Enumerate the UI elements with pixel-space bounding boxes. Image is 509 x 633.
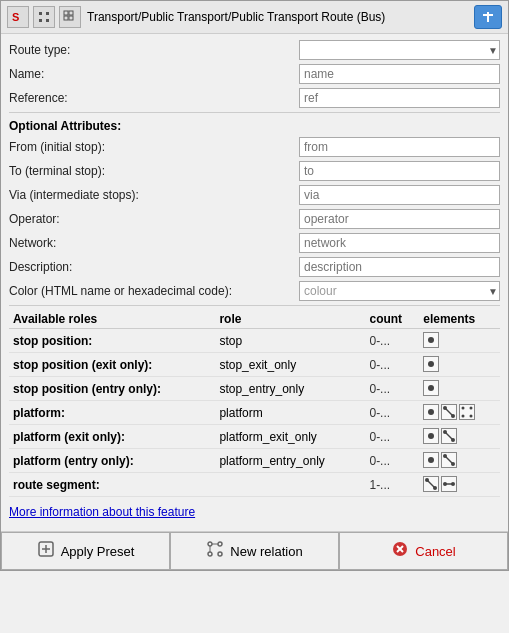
window-title: Transport/Public Transport/Public Transp…: [87, 10, 468, 24]
network-input[interactable]: [299, 233, 500, 253]
svg-line-25: [445, 432, 453, 440]
color-label: Color (HTML name or hexadecimal code):: [9, 284, 299, 298]
role-value: platform_entry_only: [215, 449, 365, 473]
svg-point-42: [218, 552, 222, 556]
svg-line-32: [427, 480, 435, 488]
svg-rect-5: [64, 11, 68, 15]
reference-label: Reference:: [9, 91, 299, 105]
node-icon: [423, 380, 439, 396]
role-name: route segment:: [9, 473, 215, 497]
pin-button[interactable]: [474, 5, 502, 29]
apply-preset-icon: [37, 540, 55, 562]
grid-icon: [59, 6, 81, 28]
way-icon: [441, 452, 457, 468]
svg-point-21: [470, 415, 473, 418]
role-name: stop position:: [9, 329, 215, 353]
table-row: stop position: stop 0-...: [9, 329, 500, 353]
svg-rect-1: [39, 12, 42, 15]
route-type-select[interactable]: [299, 40, 500, 60]
color-row: Color (HTML name or hexadecimal code): c…: [9, 281, 500, 301]
apply-preset-label: Apply Preset: [61, 544, 135, 559]
s-icon: S: [7, 6, 29, 28]
description-label: Description:: [9, 260, 299, 274]
icons-group: [423, 404, 476, 420]
node-icon: [423, 404, 439, 420]
role-value: [215, 473, 365, 497]
apply-preset-button[interactable]: Apply Preset: [1, 532, 170, 570]
role-icons: [419, 425, 500, 449]
svg-point-22: [428, 433, 434, 439]
svg-line-17: [445, 408, 453, 416]
role-name: platform (exit only):: [9, 425, 215, 449]
svg-point-13: [428, 385, 434, 391]
role-count: 0-...: [365, 425, 419, 449]
svg-rect-8: [69, 16, 73, 20]
role-icons: [419, 449, 500, 473]
to-input[interactable]: [299, 161, 500, 181]
new-relation-label: New relation: [230, 544, 302, 559]
svg-point-14: [428, 409, 434, 415]
reference-input[interactable]: [299, 88, 500, 108]
to-label: To (terminal stop):: [9, 164, 299, 178]
cancel-label: Cancel: [415, 544, 455, 559]
name-row: Name:: [9, 64, 500, 84]
segment-icon: [441, 476, 457, 492]
role-count: 1-...: [365, 473, 419, 497]
to-row: To (terminal stop):: [9, 161, 500, 181]
way-icon: [441, 428, 457, 444]
col-role: role: [215, 310, 365, 329]
role-count: 0-...: [365, 329, 419, 353]
divider-2: [9, 305, 500, 306]
operator-input[interactable]: [299, 209, 500, 229]
node-icon: [423, 332, 439, 348]
via-row: Via (intermediate stops):: [9, 185, 500, 205]
role-count: 0-...: [365, 401, 419, 425]
node-icon: [423, 428, 439, 444]
from-input[interactable]: [299, 137, 500, 157]
role-count: 0-...: [365, 377, 419, 401]
svg-point-18: [462, 407, 465, 410]
role-value: stop_exit_only: [215, 353, 365, 377]
svg-point-20: [462, 415, 465, 418]
area-icon: [459, 404, 475, 420]
network-label: Network:: [9, 236, 299, 250]
table-row: platform (entry only): platform_entry_on…: [9, 449, 500, 473]
dots-icon: [33, 6, 55, 28]
svg-rect-7: [64, 16, 68, 20]
col-elements: elements: [419, 310, 500, 329]
more-info-link[interactable]: More information about this feature: [9, 505, 500, 519]
icons-group: [423, 476, 458, 492]
table-row: stop position (entry only): stop_entry_o…: [9, 377, 500, 401]
table-row: platform (exit only): platform_exit_only…: [9, 425, 500, 449]
svg-point-40: [218, 542, 222, 546]
svg-point-19: [470, 407, 473, 410]
way-icon: [423, 476, 439, 492]
optional-attributes-header: Optional Attributes:: [9, 119, 500, 133]
description-input[interactable]: [299, 257, 500, 277]
col-count: count: [365, 310, 419, 329]
node-icon: [423, 452, 439, 468]
name-input[interactable]: [299, 64, 500, 84]
svg-point-11: [428, 337, 434, 343]
from-row: From (initial stop):: [9, 137, 500, 157]
svg-text:S: S: [12, 11, 19, 23]
role-value: platform: [215, 401, 365, 425]
from-label: From (initial stop):: [9, 140, 299, 154]
via-input[interactable]: [299, 185, 500, 205]
svg-rect-4: [46, 19, 49, 22]
cancel-button[interactable]: Cancel: [339, 532, 508, 570]
color-select[interactable]: colour: [299, 281, 500, 301]
role-value: platform_exit_only: [215, 425, 365, 449]
node-icon: [423, 356, 439, 372]
svg-point-41: [208, 552, 212, 556]
role-icons: [419, 401, 500, 425]
toolbar-icons: S: [7, 6, 81, 28]
role-icons: [419, 377, 500, 401]
role-name: platform (entry only):: [9, 449, 215, 473]
network-row: Network:: [9, 233, 500, 253]
new-relation-button[interactable]: New relation: [170, 532, 339, 570]
role-name: stop position (exit only):: [9, 353, 215, 377]
icons-group: [423, 428, 458, 444]
way-icon: [441, 404, 457, 420]
role-name: platform:: [9, 401, 215, 425]
